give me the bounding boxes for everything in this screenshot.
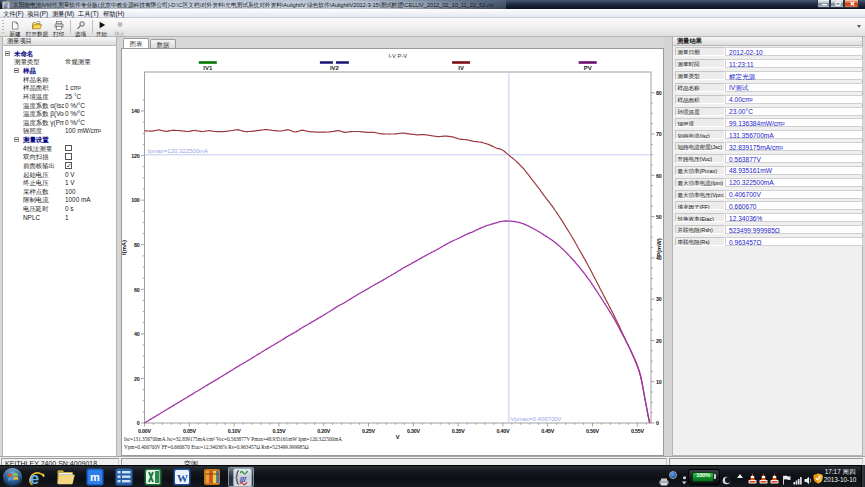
svg-text:20: 20 — [656, 338, 662, 344]
svg-text:10: 10 — [656, 379, 662, 385]
svg-text:PV: PV — [584, 65, 592, 71]
svg-text:30: 30 — [656, 296, 662, 302]
svg-text:0.30V: 0.30V — [407, 428, 421, 434]
svg-text:60: 60 — [134, 287, 140, 293]
svg-text:0.40V: 0.40V — [496, 428, 510, 434]
svg-text:0.00V: 0.00V — [138, 428, 152, 434]
svg-text:W: W — [177, 472, 188, 484]
svg-text:60: 60 — [656, 173, 662, 179]
svg-text:100: 100 — [131, 197, 139, 203]
svg-text:Isc=131.356700mA Jsc=32.839175: Isc=131.356700mA Jsc=32.839175mA/cm² Voc… — [124, 436, 342, 442]
svg-text:0.55V: 0.55V — [631, 428, 645, 434]
svg-text:80: 80 — [134, 242, 140, 248]
svg-text:I-V P-V: I-V P-V — [388, 53, 407, 59]
svg-text:V: V — [396, 434, 400, 440]
svg-text:70: 70 — [656, 131, 662, 137]
svg-text:20: 20 — [134, 376, 140, 382]
svg-text:0.25V: 0.25V — [362, 428, 376, 434]
svg-text:0: 0 — [656, 420, 659, 426]
svg-text:Ipmax=120.322500mA: Ipmax=120.322500mA — [148, 148, 209, 154]
svg-text:Vpmax=0.406700V: Vpmax=0.406700V — [510, 416, 561, 422]
svg-text:IV2: IV2 — [330, 65, 340, 71]
svg-text:IV1: IV1 — [203, 65, 213, 71]
svg-text:Vpm=0.406700V FF=0.660670 Etac: Vpm=0.406700V FF=0.660670 Etac=12.34036%… — [124, 444, 309, 450]
svg-text:0.05V: 0.05V — [183, 428, 197, 434]
svg-text:80: 80 — [656, 90, 662, 96]
svg-text:0: 0 — [137, 420, 140, 426]
svg-text:50: 50 — [656, 214, 662, 220]
svg-text:0.50V: 0.50V — [586, 428, 600, 434]
svg-text:0.20V: 0.20V — [317, 428, 331, 434]
svg-text:P(mW): P(mW) — [656, 238, 662, 256]
svg-text:0.45V: 0.45V — [541, 428, 555, 434]
svg-text:IV: IV — [458, 65, 464, 71]
svg-text:m: m — [90, 471, 100, 483]
svg-text:0.15V: 0.15V — [272, 428, 286, 434]
svg-text:0.35V: 0.35V — [452, 428, 466, 434]
svg-text:I(mA): I(mA) — [122, 240, 127, 255]
svg-text:40: 40 — [134, 331, 140, 337]
svg-text:ʃʃʃ: ʃʃʃ — [239, 475, 247, 482]
svg-text:140: 140 — [131, 108, 139, 114]
svg-text:0.10V: 0.10V — [228, 428, 242, 434]
svg-text:120: 120 — [131, 153, 139, 159]
